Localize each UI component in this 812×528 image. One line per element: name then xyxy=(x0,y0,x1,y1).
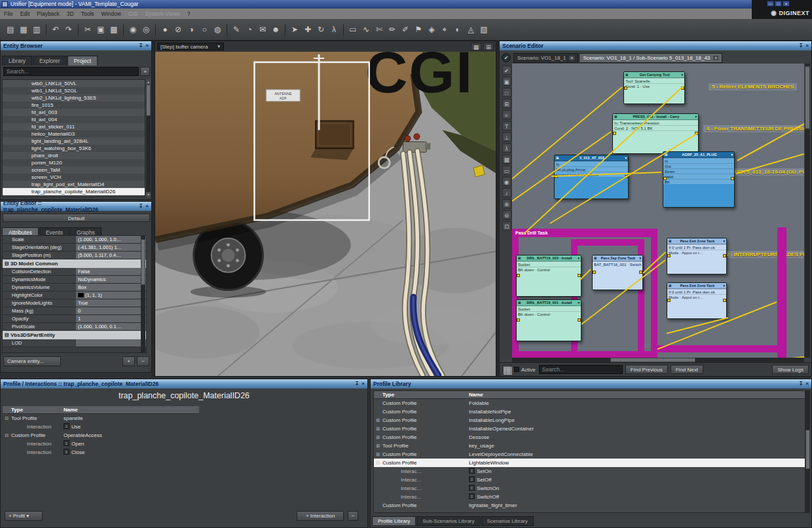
output-port[interactable] xyxy=(731,177,734,180)
node-menu-icon[interactable]: ▾ xyxy=(578,255,580,261)
input-port[interactable] xyxy=(624,86,627,90)
loop-icon[interactable]: ◍ xyxy=(211,23,224,36)
scene-3d[interactable]: CGI ANTENNE ADF xyxy=(155,52,496,376)
camera-selector-dropdown[interactable]: [Step] buffer camera ▼ xyxy=(157,43,224,50)
record-icon[interactable]: ● xyxy=(158,23,172,36)
table-row[interactable]: Custom Profilelightable_flight_timer xyxy=(374,501,805,510)
scenario-tab[interactable]: Scenario: VO1_18_1 / Sub-Scenario 5_013_… xyxy=(579,53,722,63)
flag-icon[interactable]: ⚑ xyxy=(412,23,425,36)
property-value[interactable]: (1, 1, 1) xyxy=(76,292,146,299)
canvas-hscrollbar[interactable] xyxy=(512,358,804,362)
node-menu-icon[interactable]: ▾ xyxy=(731,152,733,157)
property-value[interactable] xyxy=(76,339,146,347)
property-value[interactable]: (-41.381, 1.001) 1… xyxy=(76,244,146,251)
pin-icon[interactable]: ↧ xyxy=(799,41,803,50)
tree-item[interactable]: wtb2_LNKLd_lighting_53E5 xyxy=(3,94,145,102)
scroll-up-icon[interactable]: ▴ xyxy=(146,79,151,85)
table-row[interactable]: ⊟Custom ProfileLightableWindow xyxy=(374,459,805,467)
comment-icon[interactable]: ✉ xyxy=(256,23,269,36)
world-icon[interactable]: ◐ xyxy=(451,23,464,36)
property-value[interactable]: NoDynamics xyxy=(76,276,146,283)
menu-window[interactable]: Window xyxy=(101,10,121,17)
property-row[interactable]: Scale(1.000, 1.000, 1.0… xyxy=(3,236,146,244)
tree-item[interactable]: fire_1015 xyxy=(3,102,145,109)
tree-item[interactable]: wtb1_LNKLd_52GL xyxy=(3,87,145,94)
find-previous-button[interactable]: Find Previous xyxy=(625,365,668,374)
plane-icon[interactable]: ▭ xyxy=(346,23,360,36)
add-button[interactable]: + xyxy=(122,356,135,366)
table-row[interactable]: ⊞Custom ProfileInstallableOpenedContaine… xyxy=(374,424,805,433)
frame-node-icon[interactable]: ▭ xyxy=(502,166,511,175)
property-value[interactable]: 1 xyxy=(76,315,146,322)
node-menu-icon[interactable]: ▾ xyxy=(695,114,697,119)
property-section-header[interactable]: ⊟3D Model Common xyxy=(3,259,146,268)
output-port[interactable] xyxy=(625,175,628,178)
property-row[interactable]: CollisionDetectionFalse xyxy=(3,268,146,276)
no-entry-icon[interactable]: ⊘ xyxy=(172,23,185,36)
maximize-button[interactable]: □ xyxy=(775,1,782,7)
tree-item[interactable]: pomm_M120 xyxy=(3,159,145,166)
paste-icon[interactable]: ▩ xyxy=(107,23,120,36)
tab-project[interactable]: Project xyxy=(67,56,98,66)
menu-3d[interactable]: 3D xyxy=(67,10,74,17)
property-row[interactable]: DynamicsVolumeBox xyxy=(3,284,146,292)
tree-scroll-thumb[interactable] xyxy=(146,85,151,116)
graph-search-input[interactable] xyxy=(539,365,623,374)
validate-icon[interactable]: ✔ xyxy=(502,53,511,62)
media-node-icon[interactable]: ▦ xyxy=(502,155,511,164)
menu-item[interactable]: ? xyxy=(187,10,191,17)
table-row[interactable]: Interac…≡SetOff xyxy=(374,476,805,484)
table-row[interactable]: ⊟Tool Profilespanelle xyxy=(3,414,199,423)
property-row[interactable]: Opacity1 xyxy=(3,315,146,323)
task-node-icon[interactable]: ▣ xyxy=(502,77,511,86)
tree-item[interactable]: trap_planche_copilote_MaterialID26 xyxy=(3,188,145,195)
property-row[interactable]: PivotScale(1.000, 1.000, 0.1… xyxy=(3,323,146,331)
search-scene-icon[interactable]: ◈ xyxy=(425,23,438,36)
canvas-vscrollbar[interactable] xyxy=(805,64,810,358)
graph-overview-icon[interactable]: ▦ xyxy=(502,365,511,374)
close-icon[interactable]: × xyxy=(805,41,809,50)
remove-interaction-button[interactable]: − xyxy=(348,511,358,521)
output-port[interactable] xyxy=(639,271,642,274)
output-port[interactable] xyxy=(681,86,684,90)
output-port[interactable] xyxy=(578,274,581,277)
table-row[interactable]: Custom Profilelightable xyxy=(374,510,805,513)
tab-library[interactable]: Library xyxy=(2,56,32,66)
scenario-node[interactable]: ⊞PRESS_013 · Install · Carry▾In: Transme… xyxy=(612,113,699,154)
close-icon[interactable]: × xyxy=(361,379,365,388)
property-row[interactable]: Mass (kg)0 xyxy=(3,307,146,315)
tab-explorer[interactable]: Explorer xyxy=(33,56,67,66)
table-row[interactable]: Custom ProfileFoldable xyxy=(374,399,805,407)
scenario-node[interactable]: ⊞Pass Exit Zone Task▾If 0 until 1 Pr. Pa… xyxy=(667,282,727,319)
tree-item[interactable]: light_watching_box_53K6 xyxy=(3,145,145,152)
input-port[interactable] xyxy=(593,271,596,274)
property-row[interactable]: StageOrientation (deg)(-41.381, 1.001) 1… xyxy=(3,244,146,252)
open-file-icon[interactable]: ▦ xyxy=(17,23,30,36)
property-scroll-thumb[interactable] xyxy=(141,239,145,285)
search-input[interactable] xyxy=(3,67,139,76)
add-interaction-button[interactable]: + Interaction xyxy=(297,511,344,521)
new-file-icon[interactable]: ▤ xyxy=(4,23,17,36)
zoom-icon[interactable]: ◬ xyxy=(464,23,477,36)
menu-tools[interactable]: Tools xyxy=(81,10,94,17)
cut-icon[interactable]: ✂ xyxy=(81,23,94,36)
color-swatch[interactable] xyxy=(78,293,84,297)
table-row[interactable]: Interac…≡SwitchOff xyxy=(374,493,805,501)
camera-node-icon[interactable]: ◉ xyxy=(502,177,511,186)
find-next-icon[interactable]: ◎ xyxy=(139,23,153,36)
add-profile-button[interactable]: + Profil ▾ xyxy=(5,511,43,521)
node-menu-icon[interactable]: ▾ xyxy=(723,283,725,288)
scenario-node[interactable]: ⊞Pass Exit Zone Task▾If 0 until 1 Pr. Pa… xyxy=(667,238,727,274)
profile-library-header[interactable]: Profile Library ↧ × xyxy=(371,379,811,388)
output-port[interactable] xyxy=(578,318,581,322)
pin-icon[interactable]: ↧ xyxy=(139,202,143,211)
property-value[interactable]: False xyxy=(76,268,146,275)
link-icon[interactable]: ∿ xyxy=(360,23,373,36)
scenario-editor-header[interactable]: Scenario Editor ↧ × xyxy=(500,41,811,50)
input-port[interactable] xyxy=(613,132,616,135)
tree-item[interactable]: phare_droit xyxy=(3,152,145,159)
fit-view-icon[interactable]: ⊡ xyxy=(502,221,511,231)
scroll-down-icon[interactable]: ▾ xyxy=(146,192,151,197)
brush-icon[interactable]: ✐ xyxy=(399,23,412,36)
avatar-tool-icon[interactable]: ☻ xyxy=(269,23,282,36)
